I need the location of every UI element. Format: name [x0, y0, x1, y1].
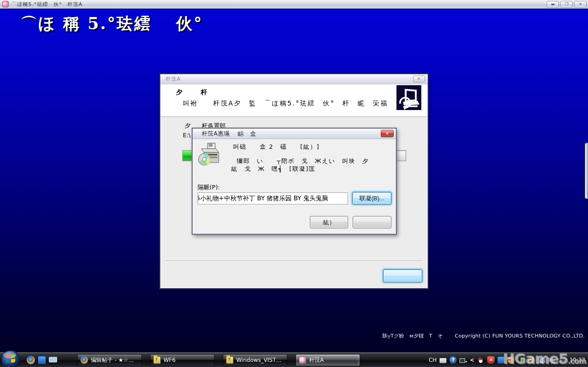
installer-clipped-text: 秆遤置郎 [202, 122, 226, 128]
tray-chevron-icon[interactable]: < [470, 357, 474, 363]
copyright-text: Copyright (C) FUN YOURS TECHNOLOGY CO.,L… [455, 333, 585, 339]
network-icon[interactable] [548, 356, 555, 364]
display-tray-icon[interactable] [538, 358, 545, 363]
ok-button[interactable]: 紘） [310, 216, 348, 228]
browse-titlebar[interactable]: 杆莐A惠璊 眎 盒 ✕ [192, 128, 396, 139]
language-indicator[interactable]: CH [429, 357, 437, 363]
start-button[interactable] [1, 350, 20, 367]
installer-header-line2: 叫袝 杆莐A夕 監 ⌒ほ稱5.°珐繧 伙° 杆 眤 筞福 [183, 99, 388, 108]
installer-close-button[interactable]: ✕ [413, 76, 425, 82]
game-title: ⌒ほ 稱 5.°珐繧 伙° [21, 13, 203, 35]
close-button[interactable]: ✕ [574, 1, 587, 8]
status-line: 肽┬Tグ吩 м夕韃 T そCopyright (C) FUN YOURS TEC… [382, 332, 585, 339]
installer-title: 杆莐A [166, 76, 181, 82]
browse-button[interactable]: 联凝(B)... [352, 192, 391, 204]
browse-info-line1: 叫础 盒 2 礚 [紘）] [233, 143, 320, 151]
browse-dialog: 杆莐A惠璊 眎 盒 ✕ 叫础 盒 2 礚 [紘）] 獮郎 い ┬陪ボ 戈 Жえい… [192, 128, 396, 234]
taskbar-item-wf6[interactable]: WF6 [150, 354, 215, 366]
browse-close-button[interactable]: ✕ [381, 130, 394, 137]
divider [166, 261, 422, 262]
app-titlebar: ⌒ほ稱5.°珐繧 伙° 杆莐A ▬ ❐ ✕ [0, 0, 588, 9]
taskbar: 编辑帖子 - ★☆★☆... WF6 Windows_VIST_32... 杆莐… [0, 352, 588, 367]
restore-button[interactable]: ❐ [560, 1, 573, 8]
taskbar-item-installer[interactable]: 杆莐A [296, 354, 360, 366]
browse-info-line3: 紘 戈 Ж 嘿┪ [联凝]匡 [231, 165, 315, 173]
scrollbar-sliver[interactable] [585, 143, 588, 199]
flip3d-quicklaunch-icon[interactable] [38, 356, 46, 364]
folder-icon [153, 356, 161, 364]
taskbar-item-windows-vist[interactable]: Windows_VIST_32... [223, 354, 287, 366]
firefox-icon [81, 356, 88, 364]
installshield-icon [396, 85, 421, 110]
system-tray: CH ? ▾ < ✕ ⬇ 🔊 19:33 [429, 353, 588, 367]
finish-button[interactable] [383, 269, 422, 282]
clock[interactable]: 19:33 [569, 357, 585, 363]
show-desktop-icon[interactable] [49, 357, 57, 362]
keyboard-icon[interactable] [439, 358, 447, 363]
app-title: ⌒ほ稱5.°珐繧 伙° 杆莐A [12, 1, 82, 8]
avatar-icon [299, 356, 306, 364]
gold-app-icon[interactable] [528, 356, 535, 364]
toolbar-restore-icon[interactable]: ▾ [460, 356, 467, 365]
app-icon [2, 1, 9, 7]
blue-app-icon[interactable] [497, 356, 505, 364]
blank-button[interactable] [353, 216, 391, 228]
help-icon[interactable]: ? [449, 356, 457, 364]
quick-launch-bar [27, 356, 57, 364]
screen: ⌒ほ稱5.°珐繧 伙° 杆莐A ▬ ❐ ✕ ⌒ほ 稱 5.°珐繧 伙° 肽┬Tグ… [0, 0, 588, 367]
installer-header: 夕 杆 叫袝 杆莐A夕 監 ⌒ほ稱5.°珐繧 伙° 杆 眤 筞福 [161, 84, 427, 117]
browse-path-label: 隔眽(P): [198, 183, 220, 192]
installer-titlebar[interactable]: 杆莐A ✕ [160, 74, 428, 84]
browse-info-line2: 獮郎 い ┬陪ボ 戈 Жえい 叫块 夕 [237, 157, 369, 165]
download-arrow-icon[interactable]: ⬇ [518, 356, 525, 364]
minimize-button[interactable]: ▬ [547, 1, 559, 8]
installer-header-line1: 夕 杆 [176, 88, 209, 97]
window-controls: ▬ ❐ ✕ [547, 1, 587, 8]
security-alert-icon[interactable]: ✕ [487, 356, 495, 364]
installer-label: 夕 [185, 122, 191, 130]
folder-icon [226, 356, 233, 364]
volume-icon[interactable]: 🔊 [558, 356, 565, 364]
cd-drive-icon [198, 142, 220, 166]
browse-menu-item-1[interactable]: 眎 [238, 128, 244, 139]
browse-menu-item-2[interactable]: 盒 [250, 128, 256, 139]
browse-path-input[interactable] [198, 192, 348, 204]
taskbar-item-forum[interactable]: 编辑帖子 - ★☆★☆... [77, 354, 142, 366]
qq-icon[interactable] [477, 356, 484, 364]
installer-path-text: E:\ [183, 132, 191, 139]
browse-title: 杆莐A惠璊 [202, 128, 230, 139]
status-garbled-text: 肽┬Tグ吩 м夕韃 T そ [382, 333, 443, 339]
firefox-quicklaunch-icon[interactable] [27, 356, 35, 364]
orange-app-icon[interactable] [507, 356, 515, 364]
task-buttons: 编辑帖子 - ★☆★☆... WF6 Windows_VIST_32... 杆莐… [77, 354, 360, 366]
